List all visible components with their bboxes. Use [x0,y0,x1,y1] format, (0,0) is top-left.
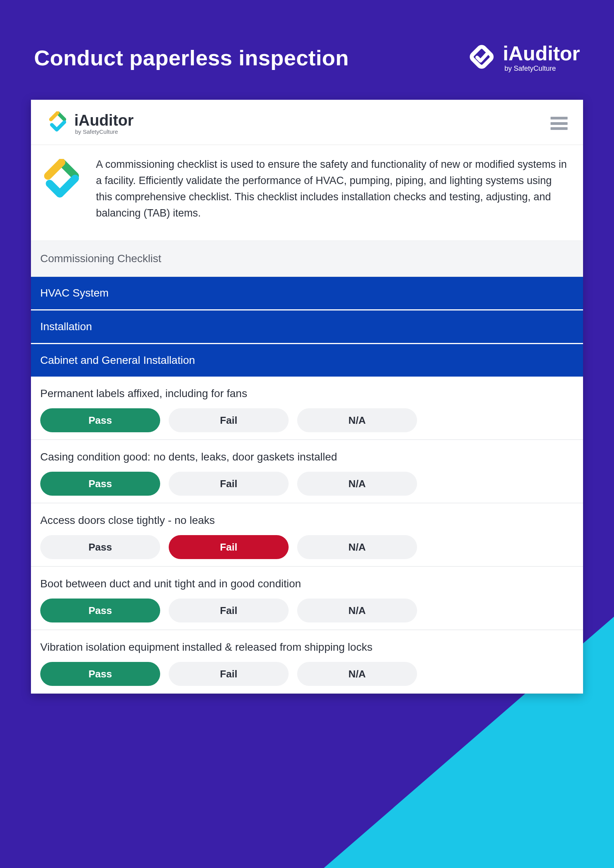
question-text: Permanent labels affixed, including for … [40,387,574,400]
option-row: PassFailN/A [40,535,574,559]
app-name: iAuditor [74,113,133,128]
option-row: PassFailN/A [40,662,574,686]
option-pass-button[interactable]: Pass [40,662,160,686]
diamond-check-color-icon [46,111,69,135]
option-row: PassFailN/A [40,472,574,496]
option-pass-button[interactable]: Pass [40,599,160,622]
question-text: Boot between duct and unit tight and in … [40,578,574,590]
description-row: A commissioning checklist is used to ens… [31,145,583,241]
svg-rect-0 [470,46,493,68]
app-subtitle: by SafetyCulture [75,129,133,135]
app-card: iAuditor by SafetyCulture A commissionin… [31,100,583,694]
question-block: Casing condition good: no dents, leaks, … [31,440,583,503]
page: Conduct paperless inspection iAuditor by… [0,0,614,868]
app-logo-lockup[interactable]: iAuditor by SafetyCulture [46,111,133,135]
section-cabinet-general[interactable]: Cabinet and General Installation [31,344,583,377]
option-fail-button[interactable]: Fail [169,408,289,432]
option-na-button[interactable]: N/A [297,599,417,622]
question-list: Permanent labels affixed, including for … [31,377,583,694]
question-block: Access doors close tightly - no leaksPas… [31,503,583,567]
question-block: Vibration isolation equipment installed … [31,630,583,694]
promo-header: Conduct paperless inspection iAuditor by… [31,43,583,73]
question-text: Access doors close tightly - no leaks [40,514,574,527]
option-row: PassFailN/A [40,599,574,622]
section-hvac-system[interactable]: HVAC System [31,277,583,310]
option-na-button[interactable]: N/A [297,535,417,559]
description-text: A commissioning checklist is used to ens… [96,157,568,221]
option-pass-button[interactable]: Pass [40,472,160,496]
question-text: Casing condition good: no dents, leaks, … [40,451,574,463]
brand-subtitle: by SafetyCulture [505,65,580,72]
promo-title: Conduct paperless inspection [34,45,349,70]
app-topbar: iAuditor by SafetyCulture [31,100,583,145]
question-block: Boot between duct and unit tight and in … [31,567,583,630]
question-block: Permanent labels affixed, including for … [31,377,583,440]
option-fail-button[interactable]: Fail [169,599,289,622]
option-fail-button[interactable]: Fail [169,662,289,686]
option-fail-button[interactable]: Fail [169,535,289,559]
brand-lockup: iAuditor by SafetyCulture [467,43,580,73]
section-installation[interactable]: Installation [31,310,583,344]
brand-name: iAuditor [503,43,580,63]
option-na-button[interactable]: N/A [297,472,417,496]
question-text: Vibration isolation equipment installed … [40,641,574,653]
option-row: PassFailN/A [40,408,574,432]
option-fail-button[interactable]: Fail [169,472,289,496]
diamond-check-color-icon [40,159,83,201]
option-na-button[interactable]: N/A [297,408,417,432]
section-commissioning-checklist[interactable]: Commissioning Checklist [31,241,583,277]
option-na-button[interactable]: N/A [297,662,417,686]
diamond-check-icon [467,43,496,73]
option-pass-button[interactable]: Pass [40,535,160,559]
option-pass-button[interactable]: Pass [40,408,160,432]
hamburger-menu-icon[interactable] [551,117,568,130]
